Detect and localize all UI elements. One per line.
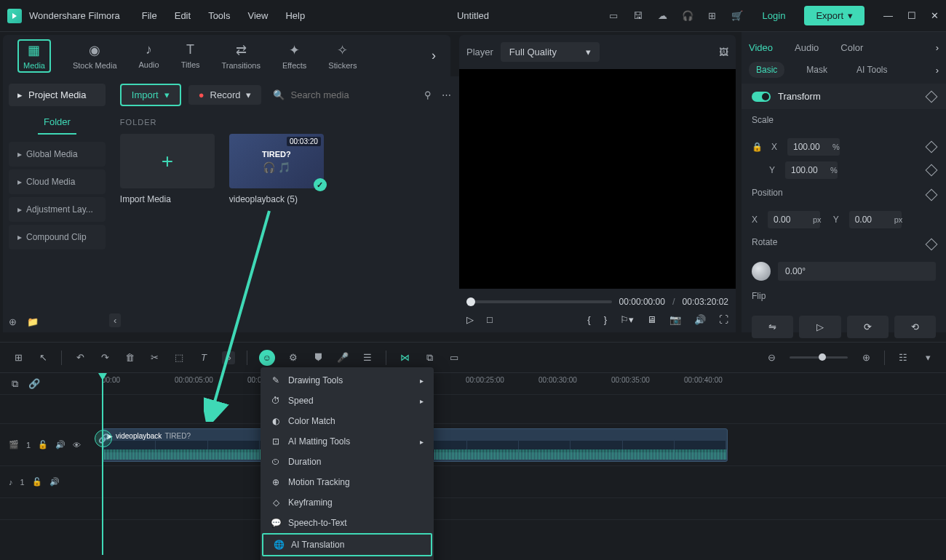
sidebar-cloud-media[interactable]: ▸Cloud Media bbox=[9, 169, 106, 194]
snapshot-icon[interactable]: 🖼 bbox=[719, 47, 728, 57]
scale-y-keyframe[interactable] bbox=[926, 164, 938, 177]
cart-icon[interactable]: 🛒 bbox=[731, 9, 744, 23]
tab-audio[interactable]: ♪ Audio bbox=[139, 42, 159, 69]
sidebar-project-media[interactable]: ▸ Project Media bbox=[9, 84, 106, 106]
menu-tools[interactable]: Tools bbox=[208, 10, 230, 21]
undo-icon[interactable]: ↶ bbox=[73, 351, 87, 364]
new-folder-icon[interactable]: ⊕ bbox=[9, 316, 17, 327]
tab-titles[interactable]: T Titles bbox=[181, 42, 200, 69]
apps-icon[interactable]: ⊞ bbox=[706, 9, 719, 23]
search-input[interactable] bbox=[290, 89, 413, 100]
tabs-more[interactable]: › bbox=[432, 48, 436, 63]
ctx-drawing-tools[interactable]: ✎Drawing Tools▸ bbox=[261, 370, 434, 391]
rotate-input[interactable] bbox=[778, 262, 936, 281]
menu-file[interactable]: File bbox=[142, 10, 157, 21]
filter-icon[interactable]: ⚲ bbox=[424, 89, 432, 100]
ctx-speech-to-text[interactable]: 💬Speech-to-Text bbox=[261, 513, 434, 533]
tl-marker-icon[interactable]: ▭ bbox=[448, 351, 461, 364]
subtab-ai-tools[interactable]: AI Tools bbox=[849, 62, 894, 78]
subtab-mask[interactable]: Mask bbox=[799, 62, 835, 78]
tab-transitions[interactable]: ⇄ Transitions bbox=[222, 42, 261, 70]
transform-keyframe[interactable] bbox=[926, 90, 938, 103]
tl-gear-icon[interactable]: ⚙ bbox=[287, 351, 300, 364]
ctx-speed[interactable]: ⏱Speed▸ bbox=[261, 391, 434, 411]
props-tab-color[interactable]: Color bbox=[840, 39, 863, 56]
more-icon[interactable]: ⋯ bbox=[442, 89, 451, 100]
zoom-in-icon[interactable]: ⊕ bbox=[859, 351, 873, 364]
camera-icon[interactable]: 📷 bbox=[669, 314, 681, 325]
audio-track-mute-icon[interactable]: 🔊 bbox=[49, 477, 60, 487]
transform-toggle[interactable] bbox=[752, 92, 771, 102]
tl-view-icon[interactable]: ☷ bbox=[897, 351, 910, 364]
flip-vertical[interactable]: ▷ bbox=[799, 316, 840, 338]
device-icon[interactable]: ▭ bbox=[607, 9, 620, 23]
audio-track-lock-icon[interactable]: 🔓 bbox=[32, 477, 42, 487]
quality-dropdown[interactable]: Full Quality▾ bbox=[501, 42, 600, 62]
ai-icon[interactable]: ☺ bbox=[259, 350, 275, 366]
login-button[interactable]: Login bbox=[755, 7, 793, 24]
props-tab-audio[interactable]: Audio bbox=[795, 39, 819, 56]
crop-icon[interactable]: ⬚ bbox=[172, 351, 186, 364]
track-mute-icon[interactable]: 🔊 bbox=[55, 440, 65, 449]
ctx-ai-matting[interactable]: ⊡AI Matting Tools▸ bbox=[261, 431, 434, 452]
marker-icon[interactable]: ⚐▾ bbox=[620, 314, 634, 325]
sidebar-collapse[interactable]: ‹ bbox=[109, 313, 121, 327]
ctx-ai-translation[interactable]: 🌐AI Translation bbox=[262, 533, 432, 556]
sidebar-adjustment-layer[interactable]: ▸Adjustment Lay... bbox=[9, 197, 106, 222]
tab-stickers[interactable]: ✧ Stickers bbox=[328, 42, 357, 70]
ctx-keyframing[interactable]: ◇Keyframing bbox=[261, 492, 434, 513]
tl-view-more[interactable]: ▾ bbox=[921, 351, 934, 364]
mark-in-icon[interactable]: { bbox=[587, 314, 590, 325]
rotate-ccw[interactable]: ⟲ bbox=[894, 316, 936, 338]
fullscreen-icon[interactable]: ⛶ bbox=[719, 314, 728, 325]
track-visible-icon[interactable]: 👁 bbox=[73, 441, 81, 449]
tl-lock-track-icon[interactable]: ⧉ bbox=[12, 378, 18, 390]
rotate-keyframe[interactable] bbox=[926, 239, 938, 251]
media-clip-item[interactable]: 00:03:20 TIRED? 🎧 🎵 ✓ videoplayback (5) bbox=[229, 134, 324, 204]
tl-list-icon[interactable]: ☰ bbox=[361, 351, 374, 364]
sidebar-global-media[interactable]: ▸Global Media bbox=[9, 142, 106, 167]
tab-media[interactable]: ▦ Media bbox=[17, 39, 51, 73]
clip-link-indicator[interactable]: 🔗 bbox=[95, 430, 112, 447]
cut-icon[interactable]: ✂ bbox=[148, 351, 161, 364]
menu-edit[interactable]: Edit bbox=[175, 10, 191, 21]
zoom-out-icon[interactable]: ⊖ bbox=[765, 351, 778, 364]
minimize-button[interactable]: — bbox=[883, 10, 893, 21]
mark-out-icon[interactable]: } bbox=[604, 314, 607, 325]
sidebar-compound-clip[interactable]: ▸Compound Clip bbox=[9, 225, 106, 249]
tl-shield-icon[interactable]: ⛊ bbox=[311, 351, 325, 364]
props-tabs-more[interactable]: › bbox=[936, 42, 939, 53]
menu-help[interactable]: Help bbox=[285, 10, 305, 21]
cloud-icon[interactable]: ☁ bbox=[656, 9, 669, 23]
tl-cursor-icon[interactable]: ↖ bbox=[36, 351, 49, 364]
save-icon[interactable]: 🖫 bbox=[632, 9, 645, 23]
ctx-motion-tracking[interactable]: ⊕Motion Tracking bbox=[261, 472, 434, 492]
scale-x-keyframe[interactable] bbox=[926, 141, 938, 153]
more-tools-icon[interactable]: » bbox=[222, 351, 235, 364]
delete-icon[interactable]: 🗑 bbox=[123, 351, 136, 364]
lock-icon[interactable]: 🔒 bbox=[752, 142, 763, 152]
props-tab-video[interactable]: Video bbox=[749, 39, 773, 56]
maximize-button[interactable]: ☐ bbox=[907, 10, 916, 21]
playhead[interactable] bbox=[102, 373, 103, 555]
display-icon[interactable]: 🖥 bbox=[647, 314, 656, 325]
preview-canvas[interactable] bbox=[459, 69, 736, 289]
scrubber[interactable] bbox=[466, 300, 612, 303]
ctx-duration[interactable]: ⏲Duration bbox=[261, 452, 434, 472]
tl-link-track-icon[interactable]: 🔗 bbox=[28, 378, 40, 389]
folder-icon-2[interactable]: 📁 bbox=[27, 316, 39, 327]
stop-button[interactable]: □ bbox=[487, 314, 493, 325]
sidebar-folder-tab[interactable]: Folder bbox=[38, 111, 76, 135]
tab-effects[interactable]: ✦ Effects bbox=[282, 42, 306, 70]
subtabs-more[interactable]: › bbox=[936, 65, 939, 76]
rotate-cw[interactable]: ⟳ bbox=[847, 316, 889, 338]
export-button[interactable]: Export▾ bbox=[804, 6, 864, 25]
rotate-knob[interactable] bbox=[752, 262, 771, 281]
tl-magnet-icon[interactable]: ⋈ bbox=[398, 351, 411, 364]
tab-stock-media[interactable]: ◉ Stock Media bbox=[73, 42, 117, 70]
support-icon[interactable]: 🎧 bbox=[681, 9, 694, 23]
position-keyframe[interactable] bbox=[926, 189, 938, 201]
redo-icon[interactable]: ↷ bbox=[98, 351, 111, 364]
close-button[interactable]: ✕ bbox=[931, 10, 939, 21]
tl-link-icon[interactable]: ⧉ bbox=[423, 351, 436, 364]
